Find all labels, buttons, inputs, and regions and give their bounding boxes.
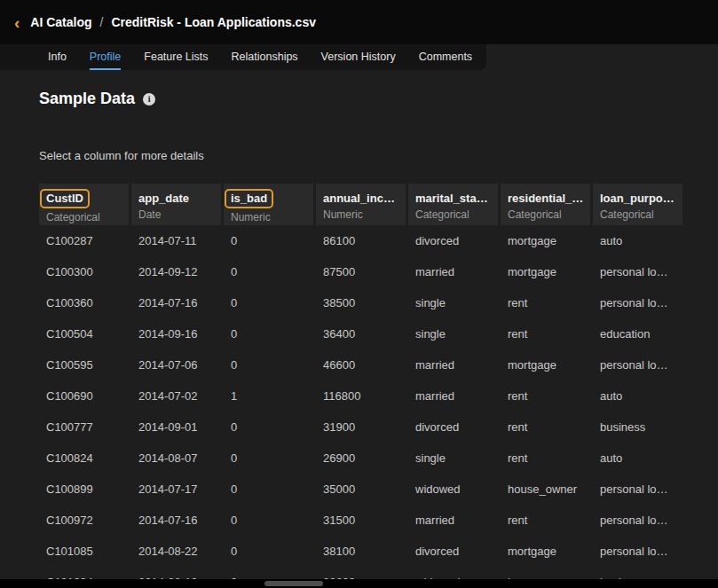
tab-relationships[interactable]: Relationships [232, 44, 298, 70]
table-cell: mortgage [501, 536, 590, 567]
table-row: C1008992014-07-17035000widowedhouse_owne… [39, 474, 682, 505]
column-header[interactable]: loan_purpo…Categorical [593, 184, 682, 225]
column-header[interactable]: app_dateDate [131, 184, 221, 225]
horizontal-scrollbar[interactable] [0, 579, 718, 588]
column-name: annual_inc… [323, 192, 395, 206]
table-row: C1003002014-09-12087500marriedmortgagepe… [39, 256, 682, 287]
column-type: Numeric [231, 211, 306, 223]
column-name: app_date [138, 192, 189, 206]
table-cell: 2014-07-16 [131, 287, 221, 318]
column-type: Date [138, 208, 214, 221]
table-cell: personal lo… [593, 287, 682, 318]
table-cell: mortgage [501, 349, 590, 380]
table-cell: married [408, 349, 498, 380]
column-header[interactable]: marital_sta…Categorical [408, 184, 498, 225]
table-row: C1005952014-07-06046600marriedmortgagepe… [39, 349, 682, 380]
breadcrumb-root[interactable]: AI Catalog [30, 15, 91, 29]
table-cell: auto [593, 380, 682, 412]
table-cell: C100504 [39, 318, 129, 349]
table-cell: widowed [408, 474, 498, 505]
table-cell: 0 [224, 287, 313, 318]
table-cell: 0 [224, 256, 313, 287]
table-cell: personal lo… [593, 536, 682, 567]
column-header[interactable]: residential_…Categorical [501, 184, 590, 225]
tab-comments[interactable]: Comments [419, 44, 472, 70]
table-row: C1003602014-07-16038500singlerentpersona… [39, 287, 682, 318]
table-cell: rent [501, 380, 590, 412]
table-cell: 31900 [316, 412, 406, 443]
column-type: Categorical [46, 211, 122, 223]
column-header[interactable]: annual_inc…Numeric [316, 184, 406, 225]
horizontal-scrollbar-thumb[interactable] [264, 581, 323, 586]
table-cell: C100824 [39, 443, 129, 474]
table-cell: C100690 [39, 380, 129, 412]
table-cell: 38100 [316, 536, 406, 567]
table-cell: 87500 [316, 256, 406, 287]
table-cell: rent [501, 412, 590, 443]
table-cell: 0 [224, 349, 313, 380]
table-cell: C100300 [39, 256, 129, 287]
column-header[interactable]: CustIDCategorical [39, 184, 129, 225]
table-cell: 36400 [316, 318, 406, 349]
table-cell: 2014-09-12 [131, 256, 221, 287]
table-cell: house_owner [501, 474, 590, 505]
table-cell: personal lo… [593, 256, 682, 287]
table-cell: personal lo… [593, 349, 682, 380]
table-header-row: CustIDCategoricalapp_dateDateis_badNumer… [39, 184, 682, 225]
table-cell: 0 [224, 412, 313, 443]
table-cell: 38500 [316, 287, 406, 318]
table-cell: mortgage [501, 256, 590, 287]
table-cell: divorced [408, 412, 498, 443]
column-select-hint: Select a column for more details [39, 149, 718, 162]
table-body: C1002872014-07-11086100divorcedmortgagea… [39, 225, 682, 581]
table-row: C1005042014-09-16036400singlerenteducati… [39, 318, 682, 349]
table-cell: 86100 [316, 225, 406, 256]
topbar: ‹ AI Catalog / CreditRisk - Loan Applica… [0, 0, 718, 44]
column-name: marital_sta… [415, 192, 488, 206]
table-cell: rent [501, 318, 590, 349]
column-name: loan_purpo… [600, 192, 675, 206]
table-cell: married [408, 380, 498, 412]
table-cell: 0 [224, 443, 313, 474]
table-cell: 0 [224, 536, 313, 567]
table-cell: mortgage [501, 225, 590, 256]
breadcrumb-separator: / [100, 15, 104, 29]
table-cell: C100595 [39, 349, 129, 380]
table-cell: 2014-07-06 [131, 349, 221, 380]
table-cell: C101085 [39, 536, 129, 567]
table-cell: auto [593, 443, 682, 474]
table-cell: 2014-09-01 [131, 412, 221, 443]
tab-feature-lists[interactable]: Feature Lists [144, 44, 208, 70]
table-cell: 0 [224, 505, 313, 536]
tab-info[interactable]: Info [48, 44, 67, 70]
table-cell: single [408, 443, 498, 474]
page-title: Sample Data [39, 90, 135, 108]
tab-profile[interactable]: Profile [90, 44, 121, 70]
table-cell: personal lo… [593, 474, 682, 505]
table-cell: 2014-08-22 [131, 536, 221, 567]
table-cell: business [593, 412, 682, 443]
table-cell: 2014-07-02 [131, 380, 221, 412]
table-cell: divorced [408, 536, 498, 567]
table-cell: single [408, 318, 498, 349]
table-cell: C100777 [39, 412, 129, 443]
info-icon[interactable]: i [143, 93, 155, 106]
column-name-highlighted: is_bad [225, 189, 273, 208]
table-row: C1002872014-07-11086100divorcedmortgagea… [39, 225, 682, 256]
breadcrumb-current-file: CreditRisk - Loan Applications.csv [111, 15, 316, 29]
table-cell: 31500 [316, 505, 406, 536]
table-cell: divorced [408, 225, 498, 256]
tab-version-history[interactable]: Version History [321, 44, 396, 70]
column-name: residential_… [508, 192, 583, 206]
column-type: Categorical [508, 208, 583, 221]
table-cell: auto [593, 225, 682, 256]
table-cell: 0 [224, 474, 313, 505]
table-cell: rent [501, 443, 590, 474]
column-header[interactable]: is_badNumeric [224, 184, 313, 225]
table-cell: single [408, 287, 498, 318]
table-cell: 26900 [316, 443, 406, 474]
table-cell: education [593, 318, 682, 349]
table-row: C1007772014-09-01031900divorcedrentbusin… [39, 412, 682, 443]
table-cell: 2014-07-17 [131, 474, 221, 505]
back-icon[interactable]: ‹ [14, 14, 20, 31]
